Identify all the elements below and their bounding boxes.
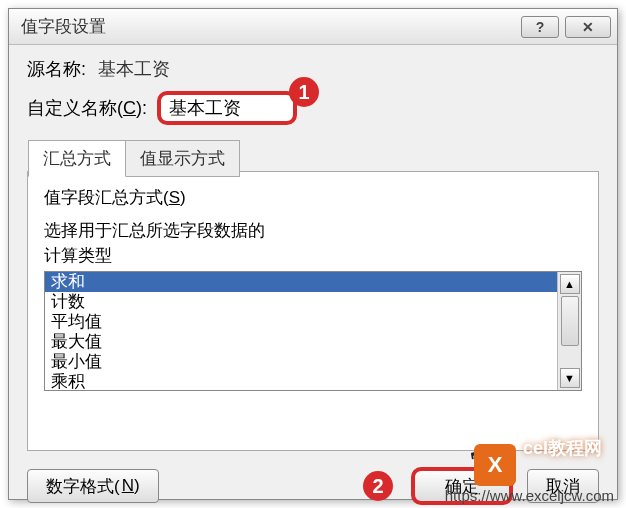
summary-heading: 值字段汇总方式(S) [44, 186, 582, 209]
close-button[interactable]: ✕ [565, 16, 611, 38]
watermark-url: https://www.exceljcw.com [445, 487, 614, 504]
source-name-label: 源名称: [27, 57, 86, 81]
custom-name-label: 自定义名称(C): [27, 96, 147, 120]
scroll-up-icon[interactable]: ▲ [560, 274, 580, 294]
scrollbar[interactable]: ▲ ▼ [557, 272, 581, 390]
watermark-badge: X [474, 444, 516, 486]
watermark-text: cel教程网 [523, 436, 602, 460]
close-icon: ✕ [582, 19, 594, 35]
number-format-button[interactable]: 数字格式(N) [27, 469, 159, 503]
callout-2: 2 [363, 471, 393, 501]
list-item[interactable]: 最小值 [45, 352, 557, 372]
list-item[interactable]: 平均值 [45, 312, 557, 332]
list-item[interactable]: 乘积 [45, 372, 557, 390]
list-item[interactable]: 最大值 [45, 332, 557, 352]
calc-type-listbox[interactable]: 求和 计数 平均值 最大值 最小值 乘积 [45, 272, 557, 390]
summary-desc: 选择用于汇总所选字段数据的 [44, 219, 582, 242]
scroll-down-icon[interactable]: ▼ [560, 368, 580, 388]
source-name-row: 源名称: 基本工资 [27, 57, 599, 81]
value-field-settings-dialog: 值字段设置 ? ✕ 源名称: 基本工资 自定义名称(C): 1 汇总方式 值显示… [8, 8, 618, 500]
calc-type-label: 计算类型 [44, 244, 582, 267]
help-button[interactable]: ? [521, 16, 559, 38]
tab-summary[interactable]: 汇总方式 [28, 140, 126, 177]
tab-display[interactable]: 值显示方式 [125, 140, 240, 177]
scroll-thumb[interactable] [561, 296, 579, 346]
tab-panel: 汇总方式 值显示方式 值字段汇总方式(S) 选择用于汇总所选字段数据的 计算类型… [27, 171, 599, 451]
source-name-value: 基本工资 [98, 57, 170, 81]
callout-1: 1 [289, 77, 319, 107]
list-item[interactable]: 求和 [45, 272, 557, 292]
titlebar: 值字段设置 ? ✕ [9, 9, 617, 45]
list-item[interactable]: 计数 [45, 292, 557, 312]
dialog-title: 值字段设置 [21, 15, 521, 38]
custom-name-input[interactable] [157, 91, 297, 125]
